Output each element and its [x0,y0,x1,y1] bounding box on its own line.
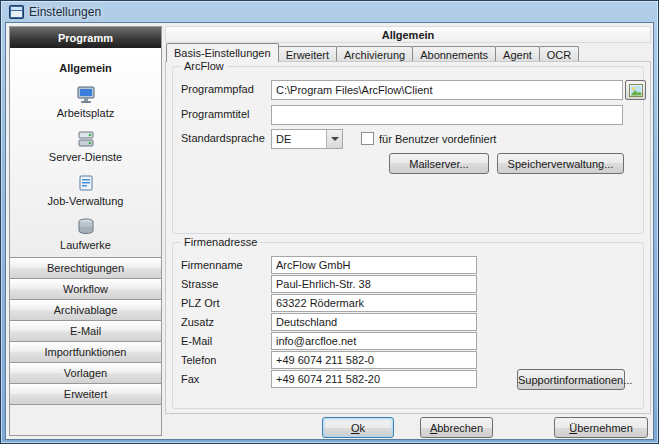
window-title: Einstellungen [29,5,101,19]
firmenname-input[interactable] [271,256,477,274]
firmenadresse-group: Firmenadresse Firmenname Strasse PLZ Ort… [172,242,644,409]
sidebar-item-label: Job-Verwaltung [48,195,124,207]
fax-label: Fax [181,373,199,385]
tab-basis-einstellungen[interactable]: Basis-Einstellungen [166,43,279,62]
supportinformationen-button-label: Supportinformationen... [518,374,624,386]
fax-input[interactable] [271,370,477,388]
apply-button[interactable]: Übernehmen [554,417,648,438]
sidebar-item-job-verwaltung[interactable]: Job-Verwaltung [10,168,161,212]
plz-ort-label: PLZ Ort [181,297,220,309]
speicherverwaltung-button[interactable]: Speicherverwaltung... [497,153,624,174]
email-input[interactable] [271,332,477,350]
telefon-input[interactable] [271,351,477,369]
tab-archivierung[interactable]: Archivierung [336,46,413,62]
zusatz-label: Zusatz [181,316,214,328]
tasks-icon [77,174,95,192]
programmpfad-input[interactable] [271,80,623,100]
standardsprache-label: Standardsprache [181,132,265,144]
strasse-input[interactable] [271,275,477,293]
standardsprache-value: DE [272,133,326,145]
sidebar-item-label: Laufwerke [60,239,111,251]
firmenadresse-group-title: Firmenadresse [181,236,260,248]
chevron-down-icon[interactable] [326,130,342,148]
plz-ort-input[interactable] [271,294,477,312]
sidebar-section-berechtigungen[interactable]: Berechtigungen [10,257,161,279]
tab-agent[interactable]: Agent [495,46,540,62]
strasse-label: Strasse [181,278,218,290]
email-label: E-Mail [181,335,212,347]
sidebar-item-label: Server-Dienste [49,151,122,163]
supportinformationen-button[interactable]: Supportinformationen... [517,369,625,390]
settings-window: Einstellungen Programm Allgemein [0,0,659,444]
vordefiniert-checkbox[interactable] [361,132,374,145]
tab-erweitert[interactable]: Erweitert [278,46,337,62]
tab-page: ArcFlow Programmpfad Programmtitel [165,61,651,414]
titlebar[interactable]: Einstellungen [2,2,657,22]
tab-ocr[interactable]: OCR [539,46,579,62]
ok-button-label: Ok [323,422,393,434]
firmenname-label: Firmenname [181,259,243,271]
arcflow-group: ArcFlow Programmpfad Programmtitel [172,66,644,234]
programmpfad-label: Programmpfad [181,83,254,95]
sidebar-section-vorlagen[interactable]: Vorlagen [10,362,161,384]
tab-strip: Basis-Einstellungen Erweitert Archivieru… [166,43,651,62]
image-icon [629,84,643,97]
ok-button[interactable]: Ok [322,417,394,438]
sidebar-section-erweitert[interactable]: Erweitert [10,383,161,405]
zusatz-input[interactable] [271,313,477,331]
cancel-button-label: Abbrechen [421,422,492,434]
drives-icon [77,218,95,236]
tab-abonnements[interactable]: Abonnements [412,46,496,62]
mailserver-button[interactable]: Mailserver... [389,153,489,174]
programmtitel-input[interactable] [271,105,623,125]
vordefiniert-checkbox-label: für Benutzer vordefiniert [379,133,496,145]
cancel-button[interactable]: Abbrechen [420,417,493,438]
sidebar-section-workflow[interactable]: Workflow [10,278,161,300]
page-title: Allgemein [165,26,651,43]
apply-button-label: Übernehmen [555,422,647,434]
sidebar-item-server-dienste[interactable]: Server-Dienste [10,124,161,168]
programmtitel-label: Programmtitel [181,108,249,120]
sidebar-section-importfunktionen[interactable]: Importfunktionen [10,341,161,363]
sidebar-item-label: Arbeitsplatz [57,107,114,119]
speicherverwaltung-button-label: Speicherverwaltung... [498,158,623,170]
telefon-label: Telefon [181,354,216,366]
sidebar-section-programm[interactable]: Programm [10,27,161,48]
sidebar-items: Allgemein Arbeitsplatz [10,48,161,258]
mailserver-button-label: Mailserver... [390,158,488,170]
sidebar-sections: Berechtigungen Workflow Archivablage E-M… [10,257,161,405]
standardsprache-select[interactable]: DE [271,129,343,149]
sidebar-section-email[interactable]: E-Mail [10,320,161,342]
dialog-body: Programm Allgemein Arbeitsplatz [5,22,654,440]
app-icon [9,5,24,19]
sidebar-section-archivablage[interactable]: Archivablage [10,299,161,321]
sidebar: Programm Allgemein Arbeitsplatz [9,26,162,436]
sidebar-item-laufwerke[interactable]: Laufwerke [10,212,161,256]
server-icon [77,130,95,148]
footer-buttons: Ok Abbrechen Übernehmen [6,417,653,439]
sidebar-item-label: Allgemein [59,62,112,74]
workstation-icon [76,86,96,104]
sidebar-item-arbeitsplatz[interactable]: Arbeitsplatz [10,80,161,124]
browse-button[interactable] [625,80,646,100]
sidebar-item-allgemein[interactable]: Allgemein [10,48,161,80]
